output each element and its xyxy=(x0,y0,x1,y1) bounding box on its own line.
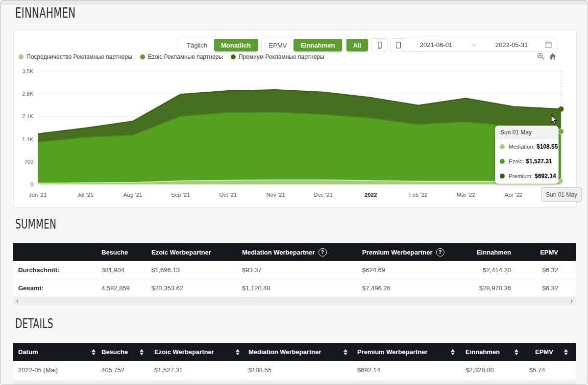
summen-cell: $1,120.48 xyxy=(241,284,361,292)
header-label: Premium Werbepartner xyxy=(362,249,433,256)
tooltip-dot-icon xyxy=(500,144,505,149)
toolbar-button-group: All xyxy=(345,38,369,52)
summen-cell: $28,970.36 xyxy=(469,284,511,292)
tooltip-row-premium: Premium:$692.14 xyxy=(495,169,558,183)
summen-cell: $6.32 xyxy=(511,266,576,274)
toolbar-button-einnahmen[interactable]: Einnahmen xyxy=(294,39,342,51)
help-icon[interactable]: ? xyxy=(436,248,444,257)
summen-cell: $6.32 xyxy=(511,284,576,292)
toolbar-button-group: EPMVEinnahmen xyxy=(261,38,343,52)
summen-table: BesucheEzoic WerbepartnerMediation Werbe… xyxy=(13,243,576,297)
legend-dot-icon xyxy=(140,54,145,59)
calendar-icon[interactable] xyxy=(544,41,552,49)
summen-cell: $93.37 xyxy=(241,266,361,274)
x-axis-tick: Aug '21 xyxy=(123,192,143,198)
x-axis-tick: Nov '21 xyxy=(266,192,285,198)
tooltip-row-ezoic: Ezoic:$1,527.31 xyxy=(495,154,558,169)
toolbar-button-monatlich[interactable]: Monatlich xyxy=(214,39,258,51)
legend-label: Посредничество Рекламные партнеры xyxy=(26,53,132,60)
details-header-einnahmen[interactable]: Einnahmen xyxy=(462,348,525,356)
mobile-icon xyxy=(376,41,384,49)
x-axis-tick: 2022 xyxy=(365,192,377,198)
header-label: Einnahmen xyxy=(466,348,500,356)
details-table: DatumBesucheEzoic WerbepartnerMediation … xyxy=(13,343,576,379)
help-icon[interactable]: ? xyxy=(318,248,327,257)
date-to[interactable]: 2022-05-31 xyxy=(479,41,544,49)
header-label: Besuche xyxy=(101,348,128,356)
row-label: Gesamt: xyxy=(13,284,101,292)
details-cell: $108.55 xyxy=(244,366,356,374)
header-label: Mediation Werbepartner xyxy=(248,348,321,356)
sort-icon[interactable] xyxy=(92,349,96,355)
date-range-picker[interactable]: 2021-06-01 ~ 2022-05-31 xyxy=(403,38,557,51)
marker-premium xyxy=(559,106,564,112)
scroll-right-icon[interactable]: › xyxy=(570,297,573,305)
legend-item-ezoic[interactable]: Ezoic Рекламные партнеры xyxy=(140,53,223,60)
zoom-in-icon[interactable] xyxy=(537,52,545,60)
tooltip-dot-icon xyxy=(500,174,505,179)
row-label: Durchschnitt: xyxy=(13,266,101,274)
summen-cell: $7,496.26 xyxy=(361,284,469,292)
header-label: Mediation Werbepartner xyxy=(242,249,315,256)
sort-icon[interactable] xyxy=(451,349,455,355)
date-separator: ~ xyxy=(469,41,479,49)
details-header-epmv[interactable]: EPMV xyxy=(525,348,576,356)
header-label: Datum xyxy=(18,348,38,356)
summen-header-empty xyxy=(13,249,101,256)
details-header-datum[interactable]: Datum xyxy=(13,348,101,356)
sort-icon[interactable] xyxy=(343,349,347,355)
y-axis-tick: 1.4K xyxy=(22,136,33,142)
x-axis-tick: Oct '21 xyxy=(219,192,237,198)
toolbar-button-all[interactable]: All xyxy=(346,39,368,51)
date-from[interactable]: 2021-06-01 xyxy=(403,41,469,49)
legend-item-item[interactable]: Посредничество Рекламные партнеры xyxy=(19,53,132,60)
home-icon[interactable] xyxy=(549,52,557,60)
top-band xyxy=(0,0,588,4)
tooltip-dot-icon xyxy=(500,159,505,164)
chart-legend: Посредничество Рекламные партнерыEzoic Р… xyxy=(19,53,324,60)
details-header-ezoic-werbepartner[interactable]: Ezoic Werbepartner xyxy=(150,348,244,356)
y-axis-tick: 2.8K xyxy=(22,91,33,97)
sort-icon[interactable] xyxy=(140,349,144,355)
sort-icon[interactable] xyxy=(236,349,240,355)
summen-row-durchschnitt: Durchschnitt:381,904$1,696.13$93.37$624.… xyxy=(13,261,576,279)
summen-cell: 4,582,859 xyxy=(101,284,150,292)
header-label: EPMV xyxy=(535,348,553,356)
summen-table-header: BesucheEzoic WerbepartnerMediation Werbe… xyxy=(13,243,576,261)
legend-label: Премиум Рекламные партнеры xyxy=(239,53,324,60)
mobile-device-button[interactable] xyxy=(371,38,388,52)
tooltip-label: Mediation: xyxy=(509,144,535,150)
legend-item-item[interactable]: Премиум Рекламные партнеры xyxy=(231,53,324,60)
legend-dot-icon xyxy=(19,54,24,59)
toolbar-button-epmv[interactable]: EPMV xyxy=(262,39,294,51)
summen-header-mediation-werbepartner: Mediation Werbepartner? xyxy=(241,248,361,257)
header-label: Ezoic Werbepartner xyxy=(151,249,211,256)
scroll-left-icon[interactable]: ‹ xyxy=(16,297,19,305)
toolbar-button-group: TäglichMonatlich xyxy=(179,38,259,52)
toolbar-button-t-glich[interactable]: Täglich xyxy=(180,39,214,51)
details-row: 2022-05 (Mai)405.752$1,527.31$108.55$692… xyxy=(13,361,576,379)
details-scrollbar xyxy=(13,382,576,385)
details-header-premium-werbepartner[interactable]: Premium Werbepartner xyxy=(356,348,462,356)
revenue-chart-card: TäglichMonatlichEPMVEinnahmenAll 2021-06… xyxy=(13,30,577,207)
header-label: Ezoic Werbepartner xyxy=(154,348,214,356)
summen-header-besuche: Besuche xyxy=(101,249,150,256)
summen-cell: $1,696.13 xyxy=(150,266,241,274)
summen-header-einnahmen: Einnahmen xyxy=(469,249,511,256)
y-axis-tick: 3.5K xyxy=(22,68,33,74)
tooltip-value: $692.14 xyxy=(535,173,556,180)
x-axis-tick: Feb '22 xyxy=(409,192,428,198)
sort-icon[interactable] xyxy=(514,349,518,355)
details-header-mediation-werbepartner[interactable]: Mediation Werbepartner xyxy=(244,348,356,356)
chart-tools xyxy=(537,52,557,60)
summen-header-premium-werbepartner: Premium Werbepartner? xyxy=(361,248,469,257)
legend-label: Ezoic Рекламные партнеры xyxy=(148,53,223,60)
tooltip-value: $108.55 xyxy=(537,143,558,150)
summen-cell: $2,414.20 xyxy=(469,266,511,274)
header-label: Besuche xyxy=(101,249,128,256)
chart-tooltip: Sun 01 May Mediation:$108.55Ezoic:$1,527… xyxy=(495,126,559,184)
x-axis-tick: Jun '21 xyxy=(29,192,47,198)
details-cell: 405.752 xyxy=(101,366,150,374)
details-header-besuche[interactable]: Besuche xyxy=(101,348,150,356)
sort-icon[interactable] xyxy=(564,349,568,355)
